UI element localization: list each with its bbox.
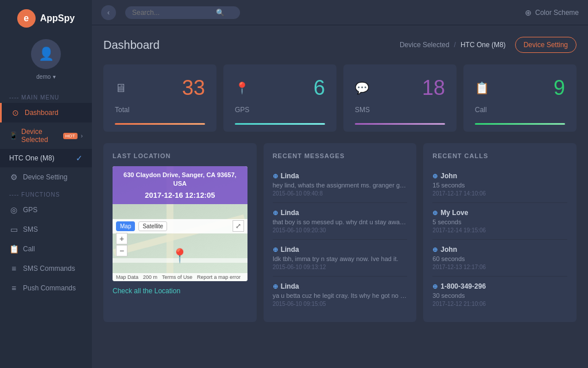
zoom-out-button[interactable]: − (116, 245, 127, 256)
sidebar: e AppSpy 👤 demo ▾ ---- MAIN MENU ⊙ Dashb… (0, 0, 92, 368)
contact-icon: ⊕ (273, 283, 278, 290)
avatar: 👤 (31, 39, 61, 69)
page-title: Dashboard (103, 39, 160, 52)
check-icon: ✓ (76, 154, 83, 163)
message-preview: hey lind, whats the assignment ms. grang… (273, 182, 408, 189)
monitor-icon: 🖥 (115, 82, 126, 95)
user-area: 👤 demo ▾ (31, 39, 61, 80)
calls-list: ⊕ John 15 seconds 2017-12-17 14:10:06 ⊕ … (432, 166, 567, 313)
map-background: 630 Claydon Drive, Sanger, CA 93657, USA… (113, 166, 247, 281)
call-duration: 60 seconds (432, 255, 567, 262)
message-preview: ya u betta cuz he legit cray. Its why he… (273, 292, 408, 299)
sidebar-item-label: SMS Commands (23, 264, 75, 273)
stat-label-sms: SMS (355, 106, 445, 114)
fullscreen-button[interactable]: ⤢ (233, 220, 244, 232)
sidebar-item-label: Push Commands (23, 284, 76, 292)
message-time: 2015-06-10 09:20:30 (273, 227, 408, 233)
contact-icon: ⊕ (432, 209, 438, 217)
search-input[interactable] (132, 9, 212, 17)
color-scheme-label[interactable]: Color Scheme (535, 9, 579, 17)
map-marker: 📍 (171, 248, 188, 264)
stat-call: 📋 9 Call (463, 64, 577, 132)
call-time: 2017-12-17 14:10:06 (432, 190, 567, 197)
sidebar-item-dashboard[interactable]: ⊙ Dashboard (0, 103, 92, 122)
topbar: ‹ 🔍 ⊕ Color Scheme (92, 0, 588, 25)
device-setting-button[interactable]: Device Setting (515, 37, 577, 53)
recent-messages-panel: RECENT MESSAGES ⊕ Linda hey lind, whats … (264, 143, 417, 322)
device-name-row: HTC One (M8) ✓ (0, 149, 92, 167)
recent-messages-title: RECENT MESSAGES (273, 152, 408, 159)
sidebar-item-gps[interactable]: ◎ GPS (0, 200, 92, 220)
messages-list: ⊕ Linda hey lind, whats the assignment m… (273, 166, 408, 313)
recent-calls-title: RECENT CALLS (432, 152, 567, 159)
list-item: ⊕ My Love 5 seconds 2017-12-14 19:15:06 (432, 203, 567, 240)
message-contact: ⊕ Linda (273, 172, 408, 180)
contact-icon: ⊕ (432, 246, 438, 254)
sidebar-item-label: GPS (23, 206, 37, 214)
call-icon: 📋 (9, 244, 18, 254)
back-button[interactable]: ‹ (101, 5, 116, 20)
message-contact: ⊕ Linda (273, 209, 408, 217)
map-address: 630 Claydon Drive, Sanger, CA 93657, USA (118, 171, 242, 189)
list-item: ⊕ Linda Idk tbh, imma try n stay away no… (273, 240, 408, 277)
stat-gps: 📍 6 GPS (223, 64, 336, 132)
call-contact: ⊕ My Love (432, 209, 567, 217)
stat-label-total: Total (115, 106, 205, 114)
message-preview: that boy is so messed up. why dnt u stay… (273, 218, 408, 225)
stat-total: 🖥 33 Total (103, 64, 216, 132)
message-preview: Idk tbh, imma try n stay away now. Ive h… (273, 255, 408, 262)
contact-icon: ⊕ (273, 209, 278, 217)
contact-icon: ⊕ (432, 283, 438, 290)
device-name: HTC One (M8) (9, 154, 55, 162)
call-time: 2017-12-12 21:10:06 (432, 301, 567, 307)
call-time: 2017-12-13 12:17:06 (432, 264, 567, 270)
contact-icon: ⊕ (273, 172, 278, 180)
sidebar-item-label: Dashboard (25, 109, 59, 117)
username[interactable]: demo ▾ (36, 72, 55, 80)
map-data-label: Map Data (116, 274, 138, 280)
stat-value-total: 33 (182, 76, 205, 100)
map-btn[interactable]: Map (116, 221, 135, 231)
sms-commands-icon: ≡ (9, 264, 18, 273)
sidebar-item-device-selected[interactable]: 📱 Device Selected HOT › (0, 122, 92, 149)
list-item: ⊕ John 15 seconds 2017-12-17 14:10:06 (432, 166, 567, 203)
last-location-title: LAST LOCATION (113, 152, 247, 159)
stat-bar-call (475, 123, 565, 125)
map-controls: Map Satellite (113, 219, 247, 233)
map-date: 2017-12-16 12:12:05 (118, 191, 242, 200)
sidebar-item-sms[interactable]: ▭ SMS (0, 220, 92, 239)
breadcrumb: Device Selected / HTC One (M8) (400, 41, 506, 49)
sidebar-item-call[interactable]: 📋 Call (0, 239, 92, 259)
last-location-panel: LAST LOCATION 630 Claydon Drive, Sanger,… (103, 143, 257, 322)
page-header: Dashboard Device Selected / HTC One (M8)… (103, 37, 577, 53)
sidebar-item-sms-commands[interactable]: ≡ SMS Commands (0, 259, 92, 278)
sidebar-item-device-setting[interactable]: ⚙ Device Setting (0, 167, 92, 187)
call-contact: ⊕ John (432, 172, 567, 180)
map-zoom: + − (116, 233, 127, 256)
stat-label-gps: GPS (235, 106, 325, 114)
search-icon: 🔍 (216, 9, 225, 17)
map-footer: Map Data 200 m Terms of Use Report a map… (113, 273, 247, 281)
gear-icon: ⚙ (9, 172, 18, 182)
stat-value-gps: 6 (314, 76, 325, 100)
content-area: Dashboard Device Selected / HTC One (M8)… (92, 25, 588, 368)
sms-icon: ▭ (9, 225, 18, 234)
gps-stat-icon: 📍 (235, 81, 249, 95)
app-name: AppSpy (40, 13, 75, 24)
contact-icon: ⊕ (273, 246, 278, 254)
breadcrumb-separator: / (454, 41, 456, 49)
main-menu-label: ---- MAIN MENU (0, 90, 92, 103)
satellite-btn[interactable]: Satellite (138, 221, 167, 231)
push-commands-icon: ≡ (9, 283, 18, 293)
dashboard-icon: ⊙ (11, 108, 20, 117)
logo: e AppSpy (17, 9, 75, 28)
map-container[interactable]: 630 Claydon Drive, Sanger, CA 93657, USA… (113, 166, 247, 281)
check-location-link[interactable]: Check all the Location (113, 287, 247, 295)
search-box: 🔍 (125, 6, 240, 19)
stat-value-sms: 18 (422, 76, 445, 100)
call-duration: 30 seconds (432, 292, 567, 299)
zoom-in-button[interactable]: + (116, 233, 127, 244)
logo-icon: e (17, 9, 36, 28)
sidebar-item-push-commands[interactable]: ≡ Push Commands (0, 278, 92, 298)
sidebar-item-label: Device Selected (21, 128, 57, 144)
